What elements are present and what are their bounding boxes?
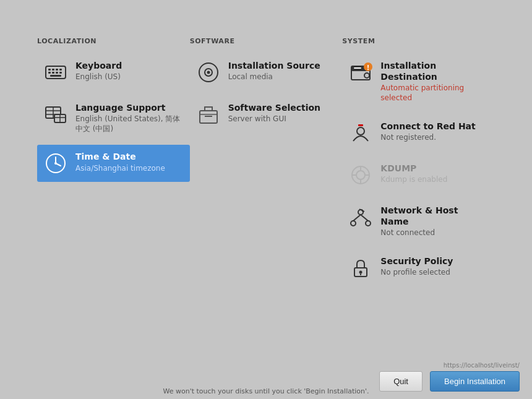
svg-rect-1 <box>48 69 51 71</box>
url-hint: https://localhost/liveinst/ <box>444 362 520 369</box>
software-selection-title: Software Selection <box>228 102 320 113</box>
language-support-tile[interactable]: Language Support English (United States)… <box>37 96 190 140</box>
svg-point-32 <box>357 127 364 135</box>
kdump-subtitle: Kdump is enabled <box>380 175 447 185</box>
network-hostname-title: Network & Host Name <box>380 205 489 227</box>
svg-line-44 <box>361 215 368 221</box>
svg-rect-6 <box>52 72 54 74</box>
language-icon <box>43 102 68 127</box>
software-selection-tile[interactable]: Software Selection Server with GUI <box>190 96 343 133</box>
svg-point-42 <box>366 221 371 226</box>
system-header: SYSTEM <box>342 37 495 45</box>
system-column: SYSTEM ! Installation Destination Automa… <box>342 37 495 286</box>
keyboard-title: Keyboard <box>75 60 122 71</box>
network-hostname-tile[interactable]: Network & Host Name Not connected <box>342 199 495 244</box>
keyboard-tile[interactable]: Keyboard English (US) <box>37 54 190 91</box>
time-date-tile[interactable]: Time & Date Asia/Shanghai timezone <box>37 145 190 182</box>
network-icon <box>348 205 373 230</box>
svg-rect-7 <box>56 72 58 74</box>
localization-column: LOCALIZATION Keyboard En <box>37 37 190 286</box>
svg-text:!: ! <box>367 64 370 71</box>
bottom-note: We won't touch your disks until you clic… <box>0 387 532 395</box>
svg-line-43 <box>353 215 361 221</box>
keyboard-icon <box>43 60 68 85</box>
installation-source-tile[interactable]: Installation Source Local media <box>190 54 343 91</box>
localization-header: LOCALIZATION <box>37 37 190 45</box>
installation-source-title: Installation Source <box>228 60 320 71</box>
installation-destination-tile[interactable]: ! Installation Destination Automatic par… <box>342 54 495 109</box>
security-policy-tile[interactable]: Security Policy No profile selected <box>342 249 495 286</box>
svg-point-20 <box>54 162 57 165</box>
redhat-icon <box>348 121 373 145</box>
keyboard-subtitle: English (US) <box>75 72 122 82</box>
svg-point-41 <box>351 221 356 226</box>
kdump-tile[interactable]: KDUMP Kdump is enabled <box>342 157 495 194</box>
disc-icon <box>196 60 221 85</box>
software-column: SOFTWARE Installation Source Local media <box>190 37 343 286</box>
installation-destination-title: Installation Destination <box>380 60 489 82</box>
lock-icon <box>348 255 373 280</box>
connect-redhat-title: Connect to Red Hat <box>380 121 475 132</box>
svg-rect-9 <box>50 75 61 77</box>
language-support-title: Language Support <box>75 102 184 113</box>
connect-redhat-subtitle: Not registered. <box>380 133 475 143</box>
svg-point-23 <box>207 71 210 74</box>
kdump-title: KDUMP <box>380 163 447 174</box>
security-policy-subtitle: No profile selected <box>380 268 453 278</box>
svg-rect-2 <box>52 69 54 71</box>
package-icon <box>196 102 221 127</box>
installation-destination-subtitle: Automatic partitioning selected <box>380 84 489 103</box>
kdump-icon <box>348 163 373 187</box>
security-policy-title: Security Policy <box>380 255 453 267</box>
bottom-bar: https://localhost/liveinst/ Quit Begin I… <box>0 350 532 399</box>
disk-icon: ! <box>348 60 373 85</box>
software-header: SOFTWARE <box>190 37 343 45</box>
svg-point-28 <box>364 73 369 78</box>
svg-rect-33 <box>358 124 363 126</box>
svg-point-47 <box>359 270 363 273</box>
time-date-title: Time & Date <box>75 151 165 162</box>
svg-point-35 <box>356 171 365 179</box>
svg-rect-8 <box>59 72 62 74</box>
installation-source-subtitle: Local media <box>228 72 320 82</box>
svg-rect-29 <box>354 67 361 69</box>
network-hostname-subtitle: Not connected <box>380 228 489 238</box>
svg-rect-3 <box>56 69 58 71</box>
language-support-subtitle: English (United States), 简体中文 (中国) <box>75 114 184 134</box>
connect-redhat-tile[interactable]: Connect to Red Hat Not registered. <box>342 114 495 152</box>
svg-rect-5 <box>48 72 51 74</box>
time-date-subtitle: Asia/Shanghai timezone <box>75 164 165 174</box>
clock-icon <box>43 151 68 176</box>
svg-rect-4 <box>59 69 62 71</box>
software-selection-subtitle: Server with GUI <box>228 114 320 124</box>
